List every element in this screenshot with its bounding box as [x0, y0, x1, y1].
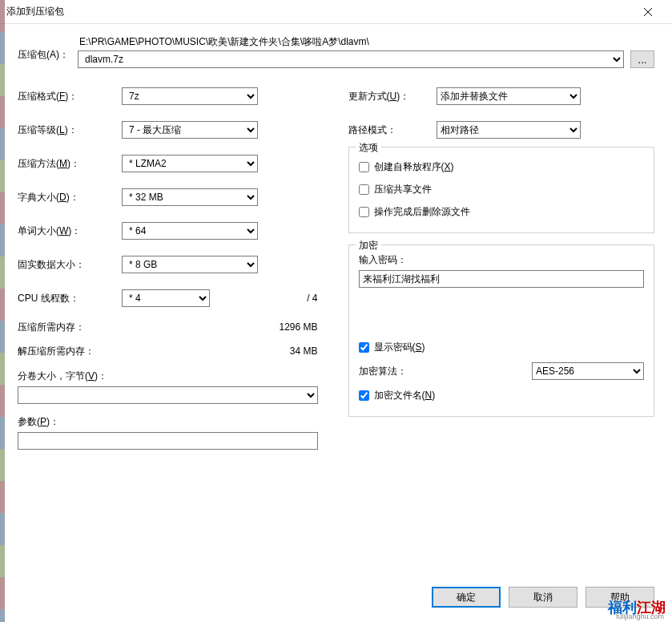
- update-select[interactable]: 添加并替换文件: [437, 87, 581, 105]
- word-label: 单词大小(W)：: [18, 224, 122, 238]
- dict-select[interactable]: * 32 MB: [122, 188, 258, 206]
- password-label: 输入密码：: [359, 253, 645, 267]
- params-label: 参数(P)：: [18, 415, 324, 429]
- close-button[interactable]: [630, 0, 666, 24]
- comp-mem-value: 1296 MB: [279, 321, 324, 333]
- help-button[interactable]: 帮助: [585, 587, 654, 608]
- window-title: 添加到压缩包: [6, 5, 630, 18]
- archive-label: 压缩包(A)：: [18, 35, 78, 62]
- method-select[interactable]: * LZMA2: [122, 155, 258, 172]
- close-icon: [644, 8, 652, 16]
- solid-label: 固实数据大小：: [18, 258, 122, 272]
- shared-label: 压缩共享文件: [374, 183, 432, 196]
- ok-button[interactable]: 确定: [432, 587, 501, 608]
- decomp-mem-value: 34 MB: [290, 345, 324, 357]
- split-label: 分卷大小，字节(V)：: [18, 370, 324, 383]
- archive-row: 压缩包(A)： E:\PR\GAME\PHOTO\MUSIC\欧美\新建文件夹\…: [18, 35, 654, 68]
- right-column: 更新方式(U)： 添加并替换文件 路径模式： 相对路径 选项 创建自释放程序(X…: [348, 79, 655, 571]
- dialog-content: 压缩包(A)： E:\PR\GAME\PHOTO\MUSIC\欧美\新建文件夹\…: [0, 24, 672, 579]
- level-label: 压缩等级(L)：: [18, 123, 122, 137]
- encnames-label: 加密文件名(N): [374, 389, 436, 402]
- split-select[interactable]: [18, 386, 318, 404]
- dict-label: 字典大小(D)：: [18, 191, 122, 204]
- columns: 压缩格式(F)： 7z 压缩等级(L)： 7 - 最大压缩 压缩方法(M)： *…: [18, 79, 654, 571]
- background-edge: [0, 0, 5, 622]
- word-select[interactable]: * 64: [122, 222, 258, 240]
- showpw-checkbox[interactable]: [359, 342, 369, 353]
- archive-path: E:\PR\GAME\PHOTO\MUSIC\欧美\新建文件夹\合集\哆啦A梦\…: [78, 35, 654, 49]
- password-input[interactable]: [359, 270, 645, 288]
- cpu-select[interactable]: * 4: [122, 289, 210, 307]
- solid-select[interactable]: * 8 GB: [122, 256, 258, 273]
- archive-right: E:\PR\GAME\PHOTO\MUSIC\欧美\新建文件夹\合集\哆啦A梦\…: [78, 35, 654, 68]
- browse-button[interactable]: ...: [630, 50, 654, 68]
- options-fieldset: 选项 创建自释放程序(X) 压缩共享文件 操作完成后删除源文件: [348, 147, 655, 233]
- footer: 确定 取消 帮助: [0, 579, 672, 622]
- comp-mem-label: 压缩所需内存：: [18, 321, 279, 334]
- enc-method-label: 加密算法：: [359, 365, 533, 378]
- cpu-label: CPU 线程数：: [18, 292, 122, 305]
- level-select[interactable]: 7 - 最大压缩: [122, 121, 258, 139]
- update-label: 更新方式(U)：: [348, 90, 437, 103]
- encrypt-legend: 加密: [356, 239, 381, 252]
- format-label: 压缩格式(F)：: [18, 90, 122, 103]
- cancel-button[interactable]: 取消: [509, 587, 577, 608]
- delete-checkbox[interactable]: [359, 207, 369, 217]
- method-label: 压缩方法(M)：: [18, 157, 122, 171]
- pathmode-label: 路径模式：: [348, 123, 437, 137]
- options-legend: 选项: [356, 141, 381, 155]
- titlebar: 添加到压缩包: [0, 0, 672, 24]
- showpw-label: 显示密码(S): [374, 341, 425, 354]
- dialog-window: 添加到压缩包 压缩包(A)： E:\PR\GAME\PHOTO\MUSIC\欧美…: [0, 0, 672, 622]
- archive-filename-select[interactable]: dlavm.7z: [78, 50, 624, 68]
- left-column: 压缩格式(F)： 7z 压缩等级(L)： 7 - 最大压缩 压缩方法(M)： *…: [18, 79, 324, 571]
- delete-label: 操作完成后删除源文件: [374, 205, 470, 219]
- sfx-label: 创建自释放程序(X): [374, 160, 454, 174]
- decomp-mem-label: 解压缩所需内存：: [18, 345, 290, 358]
- format-select[interactable]: 7z: [122, 87, 258, 105]
- shared-checkbox[interactable]: [359, 184, 369, 195]
- cpu-total: / 4: [307, 293, 324, 304]
- pathmode-select[interactable]: 相对路径: [437, 121, 581, 139]
- params-input[interactable]: [18, 432, 318, 450]
- enc-method-select[interactable]: AES-256: [532, 362, 644, 380]
- encnames-checkbox[interactable]: [359, 390, 369, 401]
- encrypt-fieldset: 加密 输入密码： 显示密码(S) 加密算法： AES-256 加密文件名(N): [348, 244, 655, 417]
- sfx-checkbox[interactable]: [359, 162, 369, 172]
